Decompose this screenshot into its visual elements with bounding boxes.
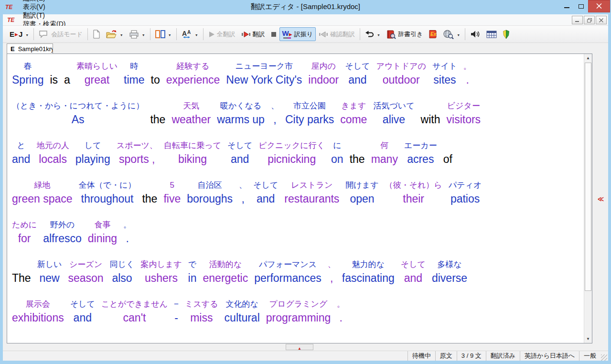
scrollbar-thumb[interactable] bbox=[585, 63, 591, 291]
translate-all-button[interactable]: 全翻訳 bbox=[205, 27, 238, 41]
close-button[interactable] bbox=[588, 0, 610, 12]
token-pair[interactable]: 市立公園City parks bbox=[285, 100, 334, 127]
token-pair[interactable]: シーズンseason bbox=[68, 259, 103, 286]
token-pair[interactable]: パフォーマンスperformances bbox=[254, 259, 322, 286]
token-pair[interactable]: ビジターvisitors bbox=[447, 100, 481, 127]
resize-grip[interactable] bbox=[601, 354, 607, 361]
token-pair[interactable]: そしてand bbox=[253, 180, 278, 206]
token-pair[interactable]: 屋内のindoor bbox=[308, 61, 339, 87]
conversation-mode-button[interactable]: 会話モード bbox=[36, 27, 86, 41]
minimize-button[interactable] bbox=[559, 0, 574, 11]
token-pair[interactable]: the bbox=[142, 180, 157, 206]
token-pair[interactable]: 自転車に乗ってbiking bbox=[164, 140, 221, 167]
mdi-restore-button[interactable] bbox=[584, 16, 595, 24]
token-pair[interactable]: きますcome bbox=[340, 100, 367, 127]
token-pair[interactable]: そしてand bbox=[345, 61, 370, 87]
token-pair[interactable]: 新しいnew bbox=[37, 259, 62, 286]
scroll-up-button[interactable]: ▲ bbox=[584, 54, 592, 62]
speech-read-button[interactable] bbox=[467, 27, 483, 41]
token-pair[interactable]: 経験するexperience bbox=[166, 61, 220, 87]
token-pair[interactable]: サイトsites bbox=[432, 61, 457, 87]
scroll-down-button[interactable]: ▼ bbox=[584, 335, 592, 343]
token-pair[interactable]: 。. bbox=[463, 61, 472, 87]
token-pair[interactable]: 、, bbox=[328, 259, 336, 286]
ex-dictionary-button[interactable]: Ex bbox=[426, 27, 440, 41]
token-pair[interactable]: パティオpatios bbox=[449, 180, 482, 206]
token-pair[interactable]: 全体（で・に）throughout bbox=[79, 180, 136, 206]
token-pair[interactable]: スポーツ、sports , bbox=[117, 140, 158, 167]
token-pair[interactable]: the bbox=[150, 100, 165, 127]
menu-item-view[interactable]: 表示(V) bbox=[19, 3, 72, 11]
token-pair[interactable]: ニューヨーク市New York City's bbox=[226, 61, 302, 87]
token-pair[interactable]: 多様なdiverse bbox=[432, 259, 467, 286]
mdi-minimize-button[interactable] bbox=[572, 16, 583, 24]
token-pair[interactable]: 活気づいてalive bbox=[373, 100, 414, 127]
token-pair[interactable]: 素晴らしいgreat bbox=[76, 61, 118, 87]
token-pair[interactable]: ミスするmiss bbox=[185, 299, 218, 325]
stop-button[interactable] bbox=[268, 27, 279, 41]
char-palette-button[interactable] bbox=[483, 27, 500, 41]
token-pair[interactable]: 緑地green space bbox=[12, 180, 73, 206]
translation-direction-button[interactable]: E▶J▼ bbox=[7, 27, 32, 41]
token-pair[interactable]: a bbox=[64, 61, 70, 87]
token-pair[interactable]: −- bbox=[174, 299, 179, 325]
pane-collapse-handle[interactable]: ≪ bbox=[598, 194, 603, 203]
token-pair[interactable]: ためにfor bbox=[12, 219, 37, 246]
print-button[interactable]: ▼ bbox=[126, 27, 148, 41]
split-handle[interactable]: ▲ bbox=[286, 344, 313, 350]
confirm-translation-button[interactable]: 確認翻訳 bbox=[316, 27, 358, 41]
token-pair[interactable]: 食事dining bbox=[88, 219, 117, 246]
token-pair[interactable]: エーカーacres bbox=[404, 140, 437, 167]
token-pair[interactable]: 天気weather bbox=[172, 100, 211, 127]
token-pair[interactable]: 活動的なenergetic bbox=[203, 259, 248, 286]
token-pair[interactable]: （とき・から・につれて・ように）As bbox=[12, 100, 144, 127]
document-tab[interactable]: E Sample01kryd bbox=[7, 43, 53, 54]
token-pair[interactable]: 展示会exhibitions bbox=[12, 299, 64, 325]
token-pair[interactable]: そしてand bbox=[227, 140, 252, 167]
token-pair[interactable]: してplaying bbox=[75, 140, 110, 167]
token-pair[interactable]: ピクニックに行くpicnicking bbox=[258, 140, 325, 167]
token-pair[interactable]: 文化的なcultural bbox=[225, 299, 260, 325]
token-pair[interactable]: 5five bbox=[163, 180, 181, 206]
token-pair[interactable]: 、, bbox=[271, 100, 279, 127]
ruby-annotation-button[interactable]: W▶訳振り bbox=[279, 27, 316, 41]
token-pair[interactable]: is bbox=[50, 61, 58, 87]
token-pair[interactable]: 地元の人locals bbox=[36, 140, 69, 167]
token-pair[interactable]: the bbox=[350, 140, 365, 167]
token-pair[interactable]: 何many bbox=[371, 140, 398, 167]
translate-button[interactable]: 翻訳 bbox=[238, 27, 268, 41]
menu-item-translate[interactable]: 翻訳(T) bbox=[19, 11, 72, 20]
vertical-scrollbar[interactable]: ▲ ▼ bbox=[584, 54, 592, 343]
dictionary-lookup-button[interactable]: 辞書引き bbox=[383, 27, 426, 41]
open-document-button[interactable]: ▼ bbox=[103, 27, 126, 41]
token-pair[interactable]: 。. bbox=[337, 299, 345, 325]
font-size-button[interactable]: AA▼ bbox=[179, 27, 201, 41]
token-pair[interactable]: 。. bbox=[123, 219, 131, 246]
token-pair[interactable]: 暖かくなるwarms up bbox=[217, 100, 265, 127]
token-pair[interactable]: 自治区boroughs bbox=[187, 180, 233, 206]
token-pair[interactable]: にon bbox=[331, 140, 343, 167]
token-pair[interactable]: アウトドアのoutdoor bbox=[376, 61, 426, 87]
token-pair[interactable]: （彼・それ）らtheir bbox=[385, 180, 442, 206]
token-pair[interactable]: ことができませんcan't bbox=[101, 299, 168, 325]
mdi-close-button[interactable] bbox=[596, 16, 607, 24]
token-pair[interactable]: 魅力的なfascinating bbox=[342, 259, 395, 286]
token-pair[interactable]: 、, bbox=[239, 180, 247, 206]
undo-button[interactable]: ▼ bbox=[362, 27, 383, 41]
token-pair[interactable]: 時time bbox=[124, 61, 144, 87]
new-document-button[interactable] bbox=[90, 27, 103, 41]
token-pair[interactable]: The bbox=[12, 259, 31, 286]
token-pair[interactable]: プログラミングprogramming bbox=[266, 299, 331, 325]
token-pair[interactable]: レストランrestaurants bbox=[284, 180, 339, 206]
document-editor[interactable]: 春Springisa素晴らしいgreat時timeto経験するexperienc… bbox=[7, 54, 584, 343]
token-pair[interactable]: 案内しますushers bbox=[140, 259, 182, 286]
maximize-button[interactable] bbox=[574, 0, 588, 11]
token-pair[interactable]: 春Spring bbox=[12, 61, 43, 87]
token-pair[interactable]: 同じくalso bbox=[110, 259, 135, 286]
token-pair[interactable]: 野外のalfresco bbox=[43, 219, 82, 246]
beginner-guide-button[interactable] bbox=[500, 27, 513, 41]
token-pair[interactable]: to bbox=[151, 61, 160, 87]
pane-layout-button[interactable]: ▼ bbox=[152, 27, 174, 41]
token-pair[interactable]: 開けますopen bbox=[345, 180, 378, 206]
token-pair[interactable]: そしてand bbox=[401, 259, 426, 286]
